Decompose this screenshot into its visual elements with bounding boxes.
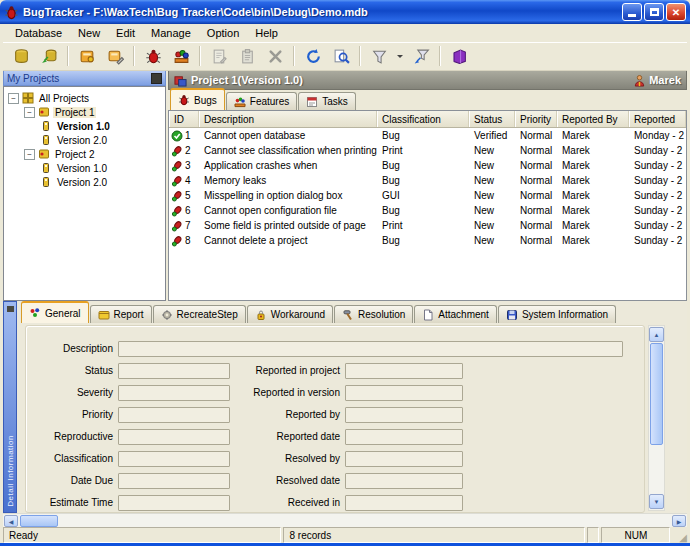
field-classification-input[interactable]	[118, 451, 230, 467]
detail-strip[interactable]: Detail Information	[3, 301, 17, 513]
tab-resolution[interactable]: Resolution	[334, 305, 413, 323]
minimize-button[interactable]	[622, 3, 642, 21]
menu-option[interactable]: Option	[199, 25, 247, 41]
table-row[interactable]: 3Application crashes whenBugNewNormalMar…	[169, 158, 686, 173]
column-header-reported-by[interactable]: Reported By	[557, 111, 629, 127]
table-row[interactable]: 7Some field is printed outside of pagePr…	[169, 218, 686, 233]
help-button[interactable]	[446, 43, 472, 69]
edit-record-button[interactable]	[206, 43, 232, 69]
filter-button[interactable]	[366, 43, 392, 69]
tree-item-project-1[interactable]: −Project 1	[4, 105, 165, 119]
field-date-due-input[interactable]	[118, 473, 230, 489]
field-reported-in-project-input[interactable]	[345, 363, 463, 379]
tab-recreatestep[interactable]: RecreateStep	[153, 305, 246, 323]
tree-item-version-1-0[interactable]: Version 1.0	[4, 119, 165, 133]
detach-database-button[interactable]	[36, 43, 62, 69]
clear-filter-button[interactable]	[408, 43, 434, 69]
menu-edit[interactable]: Edit	[108, 25, 143, 41]
column-header-priority[interactable]: Priority	[515, 111, 557, 127]
tree-expander-icon[interactable]: −	[8, 93, 19, 104]
scroll-down-button[interactable]: ▼	[649, 494, 664, 509]
version-icon	[40, 134, 52, 146]
cell-priority: Normal	[515, 160, 557, 171]
vertical-scroll-thumb[interactable]	[650, 343, 663, 445]
table-header-row[interactable]: IDDescriptionClassificationStatusPriorit…	[169, 111, 686, 128]
column-header-reported[interactable]: Reported	[629, 111, 686, 127]
panel-close-icon[interactable]	[151, 73, 162, 84]
tree-expander-icon[interactable]: −	[24, 149, 35, 160]
close-button[interactable]: ✕	[666, 3, 686, 21]
field-received-in-input[interactable]	[345, 495, 463, 511]
field-severity-input[interactable]	[118, 385, 230, 401]
tree-item-version-2-0[interactable]: Version 2.0	[4, 133, 165, 147]
new-project-button[interactable]	[74, 43, 100, 69]
field-reported-date-input[interactable]	[345, 429, 463, 445]
field-reported-in-version-input[interactable]	[345, 385, 463, 401]
title-bar[interactable]: BugTracker - F:\WaxTech\Bug Tracker\Code…	[0, 0, 690, 24]
field-reported-by-input[interactable]	[345, 407, 463, 423]
search-button[interactable]	[328, 43, 354, 69]
menu-manage[interactable]: Manage	[143, 25, 199, 41]
table-row[interactable]: 6Cannot open configuration fileBugNewNor…	[169, 203, 686, 218]
recreate-step-icon	[161, 309, 173, 321]
field-description-input[interactable]	[118, 341, 623, 357]
horizontal-scrollbar[interactable]: ◀ ▶	[3, 513, 687, 528]
field-resolved-date-input[interactable]	[345, 473, 463, 489]
column-header-status[interactable]: Status	[469, 111, 515, 127]
column-header-id[interactable]: ID	[169, 111, 199, 127]
tree-item-version-2-0[interactable]: Version 2.0	[4, 175, 165, 189]
tree-item-version-1-0[interactable]: Version 1.0	[4, 161, 165, 175]
menu-help[interactable]: Help	[247, 25, 286, 41]
view-record-button[interactable]	[234, 43, 260, 69]
tab-general[interactable]: General	[21, 301, 89, 323]
delete-record-button[interactable]	[262, 43, 288, 69]
refresh-button[interactable]	[300, 43, 326, 69]
form-vertical-scrollbar[interactable]: ▲ ▼	[648, 325, 665, 511]
resize-grip-icon[interactable]: ◢	[672, 527, 687, 543]
open-database-button[interactable]	[8, 43, 34, 69]
menu-new[interactable]: New	[70, 25, 108, 41]
tab-features[interactable]: Features	[226, 92, 297, 110]
column-header-description[interactable]: Description	[199, 111, 377, 127]
dropdown-arrow-button[interactable]	[394, 43, 406, 69]
bug-small-icon	[178, 94, 190, 106]
tab-workaround[interactable]: Workaround	[247, 305, 333, 323]
table-row[interactable]: 8Cannot delete a projectBugNewNormalMare…	[169, 233, 686, 248]
tree-item-project-2[interactable]: −Project 2	[4, 147, 165, 161]
tree-expander-icon[interactable]: −	[24, 107, 35, 118]
field-status-input[interactable]	[118, 363, 230, 379]
field-reproductive-input[interactable]	[118, 429, 230, 445]
table-row[interactable]: 2Cannot see classification when printing…	[169, 143, 686, 158]
help-icon	[451, 48, 468, 65]
field-resolved-by-input[interactable]	[345, 451, 463, 467]
scroll-up-button[interactable]: ▲	[649, 327, 664, 342]
field-estimate-time-input[interactable]	[118, 495, 230, 511]
detail-strip-label: Detail Information	[6, 435, 15, 507]
bug-id-cell: 5	[169, 190, 199, 202]
table-row[interactable]: 5Misspelling in option dialog boxGUINewN…	[169, 188, 686, 203]
bug-id: 5	[185, 190, 191, 201]
table-row[interactable]: 1Cannot open databaseBugVerifiedNormalMa…	[169, 128, 686, 143]
tree-item-all-projects[interactable]: −All Projects	[4, 91, 165, 105]
tab-report[interactable]: Report	[90, 305, 152, 323]
table-row[interactable]: 4Memory leaksBugNewNormalMarekSunday - 2	[169, 173, 686, 188]
tab-system-information[interactable]: System Information	[498, 305, 616, 323]
column-header-classification[interactable]: Classification	[377, 111, 469, 127]
tab-tasks[interactable]: Tasks	[298, 92, 356, 110]
new-feature-button[interactable]	[168, 43, 194, 69]
edit-project-button[interactable]	[102, 43, 128, 69]
field-priority-input[interactable]	[118, 407, 230, 423]
new-bug-button[interactable]	[140, 43, 166, 69]
tab-attachment[interactable]: Attachment	[414, 305, 497, 323]
horizontal-scroll-thumb[interactable]	[20, 515, 58, 527]
scroll-right-button[interactable]: ▶	[672, 515, 686, 527]
cell-description: Misspelling in option dialog box	[199, 190, 377, 201]
cell-priority: Normal	[515, 205, 557, 216]
scroll-left-button[interactable]: ◀	[4, 515, 18, 527]
tree-item-label: Version 2.0	[55, 177, 109, 188]
strip-grip-icon	[7, 306, 14, 312]
num-lock-indicator: NUM	[601, 527, 670, 543]
tab-bugs[interactable]: Bugs	[170, 88, 225, 110]
maximize-button[interactable]	[644, 3, 664, 21]
menu-database[interactable]: Database	[7, 25, 70, 41]
